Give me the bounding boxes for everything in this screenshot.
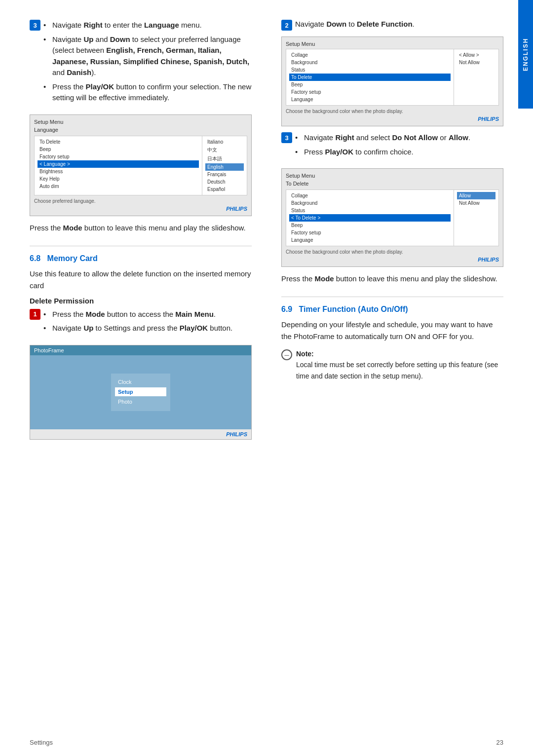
menu-body-2: Collage Background Status To Delete Beep…: [286, 49, 499, 106]
photoframe-menu-panel: Clock Setup Photo: [111, 374, 170, 411]
section-68-title: 6.8 Memory Card: [30, 254, 252, 263]
menu-caption-1: Choose preferred language.: [34, 198, 247, 204]
step3-content: Navigate Right to enter the Language men…: [43, 20, 252, 109]
menu-left-3: Collage Background Status < To Delete > …: [286, 190, 454, 246]
step3-right-bullets: Navigate Right and select Do Not Allow o…: [295, 132, 503, 157]
lang-espanol: Español: [205, 186, 244, 193]
step3-right-bullet-2: Press Play/OK to confirm choice.: [295, 147, 503, 158]
press-mode-text-left: Press the Mode button to leave this menu…: [30, 222, 252, 234]
step1-badge: 1: [30, 309, 40, 320]
menu-to-delete: To Delete: [289, 74, 451, 81]
menu-title-1: Setup Menu: [34, 119, 247, 125]
not-allow-option-3: Not Allow: [457, 199, 495, 207]
menu-item-auto-dim: Auto dim: [38, 183, 199, 190]
philips-logo-photoframe: PHILIPS: [30, 429, 251, 439]
section-68-number: 6.8: [30, 254, 45, 263]
menu-title-2: Setup Menu: [286, 41, 499, 47]
menu-factory-setup-2: Factory setup: [289, 88, 451, 96]
section-68-title-text: Memory Card: [47, 254, 98, 263]
lang-deutsch: Deutsch: [205, 178, 244, 186]
philips-logo-1: PHILIPS: [34, 206, 247, 212]
bullet-navigate-up-down: Navigate Up and Down to select your pref…: [43, 34, 252, 78]
menu-item-key-help: Key Help: [38, 175, 199, 183]
step2-title: Navigate Down to Delete Function.: [295, 20, 503, 28]
photoframe-photo: Photo: [115, 397, 166, 406]
section-68: 6.8 Memory Card Use this feature to allo…: [30, 254, 252, 440]
note-box: ─ Note: Local time must be set correctly…: [281, 348, 503, 381]
menu-language-2: Language: [289, 96, 451, 103]
note-content: Note: Local time must be set correctly b…: [296, 348, 503, 381]
philips-logo-2: PHILIPS: [286, 116, 499, 122]
footer-left: Settings: [30, 739, 53, 746]
menu-item-language: < Language >: [38, 160, 199, 168]
section-69-intro: Depending on your lifestyle and schedule…: [281, 319, 503, 342]
step1-bullet-2: Navigate Up to Settings and press the Pl…: [43, 323, 252, 334]
right-column: 2 Navigate Down to Delete Function. Setu…: [276, 20, 503, 446]
menu-collage: Collage: [289, 51, 451, 59]
photoframe-screenshot: PhotoFrame Clock Setup Photo PHILIPS: [30, 345, 252, 440]
lang-chinese: 中文: [205, 146, 244, 154]
menu-title-3: Setup Menu: [286, 173, 499, 179]
menu-beep-3: Beep: [289, 222, 451, 229]
lang-italiano: Italiano: [205, 138, 244, 146]
menu-right-1: Italiano 中文 日本語 English Français Deutsch…: [202, 136, 247, 195]
note-icon: ─: [281, 349, 292, 360]
menu-item-brightness: Brightness: [38, 168, 199, 175]
step3-language-row: 3 Navigate Right to enter the Language m…: [30, 20, 252, 109]
menu-factory-setup-3: Factory setup: [289, 229, 451, 236]
section-69-title-text: Timer Function (Auto On/Off): [299, 305, 408, 313]
menu-body-1: To Delete Beep Factory setup < Language …: [34, 136, 247, 195]
section-divider-69: [281, 297, 503, 297]
menu-body-3: Collage Background Status < To Delete > …: [286, 189, 499, 246]
footer-right: 23: [496, 739, 503, 746]
note-text: Local time must be set correctly before …: [296, 361, 498, 379]
english-tab-label: ENGLISH: [522, 38, 529, 71]
section-divider-68: [30, 246, 252, 246]
lang-francais: Français: [205, 171, 244, 178]
step3-bullet-list: Navigate Right to enter the Language men…: [43, 20, 252, 104]
not-allow-option: Not Allow: [457, 59, 495, 66]
photoframe-body: Clock Setup Photo: [30, 355, 251, 429]
setup-menu-language-screenshot: Setup Menu Language To Delete Beep Facto…: [30, 114, 252, 216]
menu-background: Background: [289, 59, 451, 66]
step3-badge: 3: [30, 20, 40, 31]
photoframe-title-bar: PhotoFrame: [30, 345, 251, 355]
menu-beep-2: Beep: [289, 81, 451, 88]
lang-japanese: 日本語: [205, 154, 244, 163]
menu-left-2: Collage Background Status To Delete Beep…: [286, 49, 454, 105]
step3-right-row: 3 Navigate Right and select Do Not Allow…: [281, 132, 503, 162]
menu-left-1: To Delete Beep Factory setup < Language …: [35, 136, 202, 195]
step2-row: 2 Navigate Down to Delete Function.: [281, 20, 503, 31]
menu-item-beep: Beep: [38, 146, 199, 153]
page-footer: Settings 23: [30, 739, 503, 746]
step2-content: Navigate Down to Delete Function.: [295, 20, 503, 28]
menu-background-3: Background: [289, 199, 451, 207]
delete-permission-heading: Delete Permission: [30, 297, 252, 305]
menu-status: Status: [289, 66, 451, 74]
menu-right-2: < Allow > Not Allow: [454, 49, 498, 105]
menu-item-to-delete: To Delete: [38, 138, 199, 146]
press-mode-text-right: Press the Mode button to leave this menu…: [281, 273, 503, 285]
two-column-layout: 3 Navigate Right to enter the Language m…: [30, 20, 503, 446]
menu-caption-2: Choose the background color when the pho…: [286, 109, 499, 114]
menu-subtitle-3: To Delete: [286, 181, 499, 187]
step1-content: Press the Mode button to access the Main…: [43, 309, 252, 339]
section-69-title: 6.9 Timer Function (Auto On/Off): [281, 305, 503, 314]
bullet-press-play-ok: Press the Play/OK button to confirm your…: [43, 81, 252, 104]
section-68-intro: Use this feature to allow the delete fun…: [30, 268, 252, 292]
note-label: Note:: [296, 350, 314, 358]
allow-option: < Allow >: [457, 51, 495, 59]
menu-to-delete-3: < To Delete >: [289, 214, 451, 222]
step3-right-bullet-1: Navigate Right and select Do Not Allow o…: [295, 132, 503, 144]
lang-english: English: [205, 163, 244, 171]
photoframe-clock: Clock: [115, 378, 166, 386]
step2-badge: 2: [281, 20, 292, 31]
menu-status-3: Status: [289, 207, 451, 214]
photoframe-setup: Setup: [115, 387, 166, 396]
step1-bullet-1: Press the Mode button to access the Main…: [43, 309, 252, 320]
section-69-number: 6.9: [281, 305, 297, 313]
setup-menu-allow-screenshot: Setup Menu To Delete Collage Background …: [281, 168, 503, 267]
menu-item-factory-setup: Factory setup: [38, 153, 199, 160]
step3-right-content: Navigate Right and select Do Not Allow o…: [295, 132, 503, 162]
section-69: 6.9 Timer Function (Auto On/Off) Dependi…: [281, 305, 503, 381]
